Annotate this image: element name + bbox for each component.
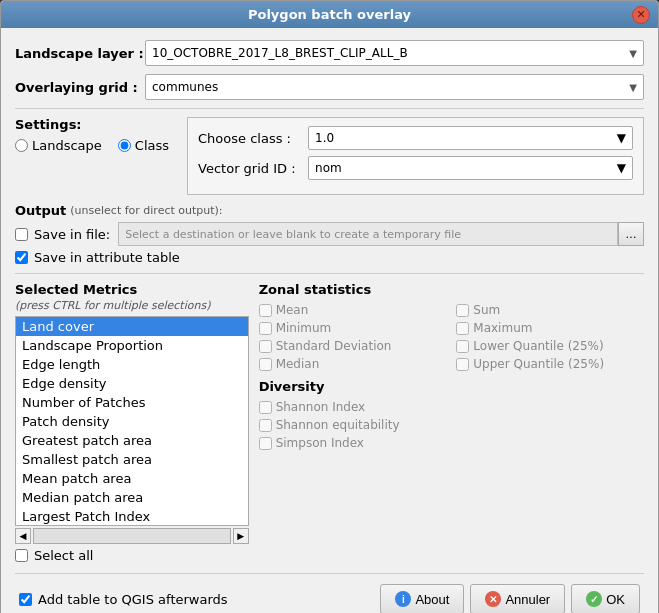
choose-class-label: Choose class : <box>198 131 308 146</box>
zonal-checkbox[interactable] <box>259 322 272 335</box>
scroll-track[interactable] <box>33 528 231 544</box>
diversity-checkbox[interactable] <box>259 437 272 450</box>
diversity-list: Shannon IndexShannon equitabilitySimpson… <box>259 400 644 450</box>
metrics-list-item[interactable]: Number of Patches <box>16 393 248 412</box>
diversity-section: Diversity Shannon IndexShannon equitabil… <box>259 379 644 450</box>
zonal-checkbox-label: Lower Quantile (25%) <box>473 339 603 353</box>
zonal-checkbox[interactable] <box>456 322 469 335</box>
divider-2 <box>15 273 644 274</box>
save-file-checkbox[interactable] <box>15 228 28 241</box>
save-file-placeholder: Select a destination or leave blank to c… <box>125 228 461 241</box>
metrics-list-item[interactable]: Edge density <box>16 374 248 393</box>
footer-divider <box>15 573 644 574</box>
zonal-checkbox-item[interactable]: Upper Quantile (25%) <box>456 357 644 371</box>
ok-button[interactable]: ✓ OK <box>571 584 640 613</box>
metrics-list[interactable]: Land coverLandscape ProportionEdge lengt… <box>15 316 249 526</box>
zonal-section: Zonal statistics MeanSumMinimumMaximumSt… <box>259 282 644 563</box>
metrics-list-item[interactable]: Largest Patch Index <box>16 507 248 526</box>
choose-class-combo[interactable]: 1.0 ▼ <box>308 126 633 150</box>
landscape-radio[interactable] <box>15 139 28 152</box>
cancel-button[interactable]: ✕ Annuler <box>470 584 565 613</box>
metrics-list-item[interactable]: Mean patch area <box>16 469 248 488</box>
select-all-checkbox[interactable] <box>15 549 28 562</box>
add-table-label: Add table to QGIS afterwards <box>38 592 228 607</box>
diversity-checkbox[interactable] <box>259 401 272 414</box>
zonal-checkbox-label: Maximum <box>473 321 532 335</box>
zonal-checkbox[interactable] <box>259 304 272 317</box>
overlaying-grid-label: Overlaying grid : <box>15 80 145 95</box>
overlaying-grid-combo[interactable]: communes ▼ <box>145 74 644 100</box>
landscape-layer-value: 10_OCTOBRE_2017_L8_BREST_CLIP_ALL_B <box>152 46 408 60</box>
settings-label: Settings: <box>15 117 82 132</box>
choose-class-value: 1.0 <box>315 131 334 145</box>
select-all-label: Select all <box>34 548 93 563</box>
metrics-list-item[interactable]: Landscape Proportion <box>16 336 248 355</box>
diversity-checkbox-label: Shannon Index <box>276 400 366 414</box>
class-radio-label[interactable]: Class <box>118 138 169 153</box>
zonal-checkbox-item[interactable]: Standard Deviation <box>259 339 447 353</box>
zonal-checkbox-item[interactable]: Lower Quantile (25%) <box>456 339 644 353</box>
scroll-left-arrow[interactable]: ◀ <box>15 528 31 544</box>
diversity-checkbox[interactable] <box>259 419 272 432</box>
main-section: Selected Metrics (press CTRL for multipl… <box>15 282 644 563</box>
metrics-section: Selected Metrics (press CTRL for multipl… <box>15 282 249 563</box>
save-file-label: Save in file: <box>34 227 110 242</box>
metrics-list-item[interactable]: Greatest patch area <box>16 431 248 450</box>
cancel-icon: ✕ <box>485 591 501 607</box>
diversity-checkbox-item[interactable]: Shannon Index <box>259 400 644 414</box>
diversity-title: Diversity <box>259 379 644 394</box>
zonal-checkbox[interactable] <box>456 304 469 317</box>
divider-1 <box>15 108 644 109</box>
save-file-row: Save in file: Select a destination or le… <box>15 222 644 246</box>
metrics-list-item[interactable]: Land cover <box>16 317 248 336</box>
footer-right: i About ✕ Annuler ✓ OK <box>380 584 640 613</box>
radio-group-row: Landscape Class <box>15 138 169 153</box>
add-table-checkbox[interactable] <box>19 593 32 606</box>
zonal-checkbox-item[interactable]: Median <box>259 357 447 371</box>
zonal-checkbox-item[interactable]: Minimum <box>259 321 447 335</box>
close-button[interactable]: ✕ <box>632 6 650 24</box>
metrics-title: Selected Metrics <box>15 282 249 297</box>
output-label: Output <box>15 203 66 218</box>
scroll-right-arrow[interactable]: ▶ <box>233 528 249 544</box>
zonal-checkbox[interactable] <box>259 358 272 371</box>
browse-button[interactable]: … <box>618 222 644 246</box>
zonal-checkbox-item[interactable]: Maximum <box>456 321 644 335</box>
zonal-checkbox[interactable] <box>456 358 469 371</box>
vector-grid-label: Vector grid ID : <box>198 161 308 176</box>
diversity-checkbox-item[interactable]: Simpson Index <box>259 436 644 450</box>
vector-grid-value: nom <box>315 161 342 175</box>
metrics-subtitle: (press CTRL for multiple selections) <box>15 299 249 312</box>
save-table-row: Save in attribute table <box>15 250 644 265</box>
output-note: (unselect for direct output): <box>70 204 222 217</box>
metrics-list-item[interactable]: Edge length <box>16 355 248 374</box>
metrics-list-item[interactable]: Patch density <box>16 412 248 431</box>
info-icon: i <box>395 591 411 607</box>
metrics-list-item[interactable]: Smallest patch area <box>16 450 248 469</box>
save-table-checkbox[interactable] <box>15 251 28 264</box>
zonal-checkbox-item[interactable]: Sum <box>456 303 644 317</box>
settings-left: Settings: Landscape Class <box>15 117 169 153</box>
diversity-checkbox-item[interactable]: Shannon equitability <box>259 418 644 432</box>
landscape-layer-combo[interactable]: 10_OCTOBRE_2017_L8_BREST_CLIP_ALL_B ▼ <box>145 40 644 66</box>
metrics-list-item[interactable]: Median patch area <box>16 488 248 507</box>
select-all-row: Select all <box>15 548 249 563</box>
save-table-label: Save in attribute table <box>34 250 180 265</box>
zonal-checkbox[interactable] <box>259 340 272 353</box>
landscape-radio-label[interactable]: Landscape <box>15 138 102 153</box>
save-file-input[interactable]: Select a destination or leave blank to c… <box>118 222 618 246</box>
metrics-scrollbar: ◀ ▶ <box>15 528 249 544</box>
zonal-checkbox-item[interactable]: Mean <box>259 303 447 317</box>
landscape-radio-text: Landscape <box>32 138 102 153</box>
vector-grid-combo[interactable]: nom ▼ <box>308 156 633 180</box>
zonal-checkbox-label: Mean <box>276 303 309 317</box>
main-window: Polygon batch overlay ✕ Landscape layer … <box>0 0 659 613</box>
about-button[interactable]: i About <box>380 584 464 613</box>
output-row: Output (unselect for direct output): <box>15 203 644 218</box>
cancel-label: Annuler <box>505 592 550 607</box>
class-radio[interactable] <box>118 139 131 152</box>
overlaying-grid-arrow: ▼ <box>629 82 637 93</box>
about-label: About <box>415 592 449 607</box>
zonal-checkbox-label: Median <box>276 357 320 371</box>
zonal-checkbox[interactable] <box>456 340 469 353</box>
